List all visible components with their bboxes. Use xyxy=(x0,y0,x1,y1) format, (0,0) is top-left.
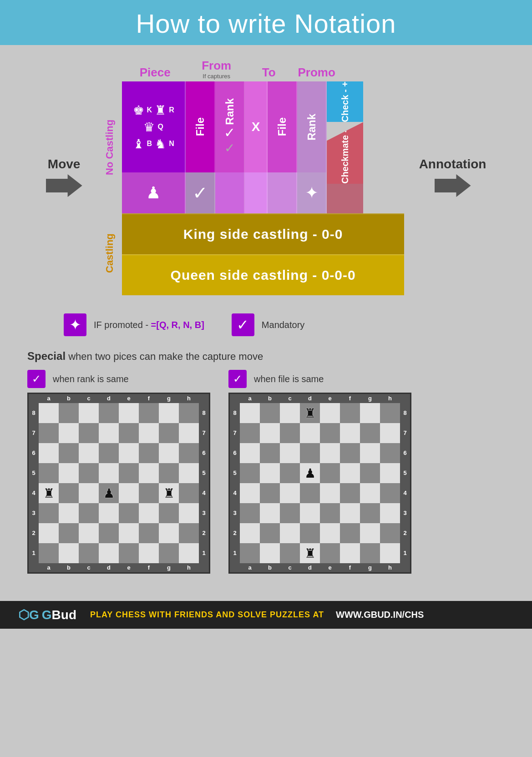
chess-square xyxy=(380,523,400,543)
chess-square xyxy=(340,503,360,523)
chess-square xyxy=(340,463,360,483)
board1-legend-box: ✓ xyxy=(27,370,46,388)
cell-checkmate: Checkmate - # xyxy=(327,122,363,184)
chess-square xyxy=(380,403,400,423)
chess-square xyxy=(360,443,380,463)
chess-square xyxy=(380,543,400,563)
chess-square xyxy=(360,403,380,423)
chess-square xyxy=(380,483,400,503)
cell-to-rank: Rank xyxy=(297,81,327,172)
chess-square xyxy=(99,403,119,423)
chess-square xyxy=(300,483,320,503)
footer-logo: ⬡G GBud xyxy=(18,607,76,622)
board1-label-row: ✓ when rank is same xyxy=(27,370,210,388)
chess-square xyxy=(159,543,179,563)
chess-square xyxy=(340,543,360,563)
special-title: Special when two pices can make the capt… xyxy=(27,350,505,363)
from-file-text: File xyxy=(194,117,207,136)
chess-square xyxy=(300,443,320,463)
cell-pawn-capture xyxy=(245,172,268,213)
chess-square xyxy=(320,423,340,443)
cell-check: Check - + xyxy=(327,81,363,122)
chess-square xyxy=(59,503,79,523)
chess-square: ♜ xyxy=(300,403,320,423)
chess-square xyxy=(260,523,280,543)
annotation-col: Check - + Checkmate - # xyxy=(327,81,363,172)
footer: ⬡G GBud PLAY CHESS WITH FRIENDS AND SOLV… xyxy=(0,601,532,629)
queenside-text: Queen side castling - 0-0-0 xyxy=(171,267,356,283)
chess-square xyxy=(240,463,260,483)
chess-square xyxy=(280,543,300,563)
cell-piece: ♚ K ♜ R ♛ Q ♝ xyxy=(122,81,186,172)
chess-square xyxy=(360,483,380,503)
from-rank-check: ✓ xyxy=(224,125,235,141)
chess-square xyxy=(39,423,59,443)
chess-square xyxy=(179,443,199,463)
row-pieces: ♚ K ♜ R ♛ Q ♝ xyxy=(122,81,404,172)
chess-square xyxy=(59,403,79,423)
row-queenside: Queen side castling - 0-0-0 xyxy=(122,254,404,295)
chess-square xyxy=(320,543,340,563)
chess-square xyxy=(280,463,300,483)
check-text: Check - + xyxy=(340,81,350,122)
chess-square xyxy=(99,543,119,563)
cell-capture-x: X xyxy=(245,81,268,172)
no-castling-label: No Castling xyxy=(97,81,122,213)
chess-square xyxy=(39,403,59,423)
chessboards-row: ✓ when rank is same abcdefgh887766554♜♟♜… xyxy=(27,370,505,574)
chess-square xyxy=(240,403,260,423)
row-kingside: King side castling - 0-0 xyxy=(122,213,404,254)
header: How to write Notation xyxy=(0,0,532,45)
chess-square xyxy=(320,523,340,543)
page-title: How to write Notation xyxy=(0,8,532,39)
chess-square xyxy=(79,503,99,523)
rook-label: R xyxy=(169,106,174,114)
chess-square xyxy=(260,543,280,563)
knight-label: N xyxy=(169,140,174,148)
chess-square xyxy=(260,423,280,443)
cell-from-file: File xyxy=(186,81,215,172)
chess-square xyxy=(280,403,300,423)
chess-square xyxy=(139,543,159,563)
cell-to-file: File xyxy=(268,81,297,172)
bishop-label: B xyxy=(147,140,152,148)
chess-square xyxy=(300,503,320,523)
board2: abcdefgh8♜877665♟54433221♜1abcdefgh xyxy=(228,393,411,574)
chess-square xyxy=(260,443,280,463)
piece-icons-mid: ♛ Q xyxy=(143,120,163,135)
legend-star-box: ✦ xyxy=(64,313,86,336)
castling-label: Castling xyxy=(97,213,122,293)
chess-square xyxy=(280,423,300,443)
chess-square xyxy=(39,503,59,523)
chess-square: ♟ xyxy=(99,483,119,503)
cell-pawn-file-check: ✓ xyxy=(186,172,215,213)
col-promo-header: Promo xyxy=(292,66,342,80)
cell-pawn-to-file xyxy=(268,172,297,213)
chess-square xyxy=(39,543,59,563)
chess-square xyxy=(280,483,300,503)
chess-square xyxy=(119,523,139,543)
chess-square xyxy=(119,443,139,463)
column-headers: Piece From If captures To Promo xyxy=(123,59,405,80)
chess-square xyxy=(340,443,360,463)
chess-square xyxy=(179,463,199,483)
notation-wrapper: Piece From If captures To Promo No Castl… xyxy=(96,59,405,295)
checkmate-text: Checkmate - # xyxy=(340,122,350,184)
chess-square xyxy=(99,463,119,483)
move-arrow-shape xyxy=(46,174,82,197)
main-content: Move Piece From If captures To Promo xyxy=(0,45,532,592)
kingside-text: King side castling - 0-0 xyxy=(183,227,343,242)
grid-container: ♚ K ♜ R ♛ Q ♝ xyxy=(122,81,404,295)
cell-pawn-star: ✦ xyxy=(297,172,327,213)
chess-square xyxy=(139,523,159,543)
king-icon: ♚ xyxy=(133,103,144,118)
chess-square xyxy=(139,463,159,483)
chess-square xyxy=(119,483,139,503)
no-castling-section: ♚ K ♜ R ♛ Q ♝ xyxy=(122,81,404,213)
castling-section: King side castling - 0-0 Queen side cast… xyxy=(122,213,404,295)
chess-square xyxy=(260,403,280,423)
chess-square xyxy=(280,523,300,543)
board2-check-icon: ✓ xyxy=(233,373,242,385)
chess-square xyxy=(340,403,360,423)
chess-square xyxy=(340,483,360,503)
